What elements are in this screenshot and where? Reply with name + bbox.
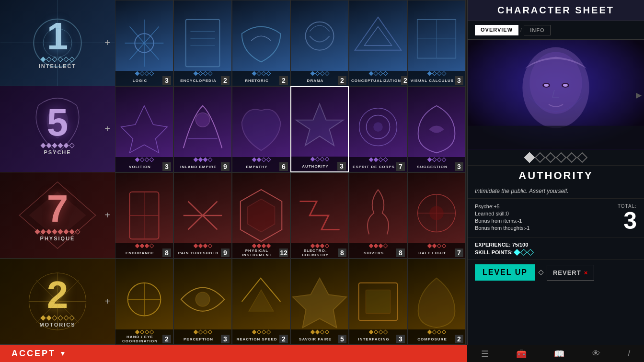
info-tab[interactable]: INFO — [524, 25, 551, 35]
skill-value-0-5: 3 — [455, 76, 463, 85]
skill-card-composure[interactable]: COMPOSURE2 — [407, 259, 466, 345]
skill-card-visual-calculus[interactable]: VISUAL CALCULUS3 — [407, 0, 466, 86]
svg-marker-22 — [247, 199, 275, 232]
skill-dots-1-3 — [311, 158, 329, 161]
skill-name-0-5: VISUAL CALCULUS — [410, 79, 455, 83]
attr-intellect: 1INTELLECT+ — [0, 0, 115, 86]
skill-name-1-1: INLAND EMPIRE — [176, 165, 221, 169]
skill-card-hand---eye-coordination[interactable]: HAND / EYE COORDINATION2 — [115, 259, 173, 345]
attr-plus-physique[interactable]: + — [104, 210, 110, 221]
skill-name-0-4: CONCEPTUALIZATION — [351, 79, 401, 83]
skill-dots-3-0 — [136, 330, 153, 334]
skill-card-half-light[interactable]: HALF LIGHT7 — [407, 172, 466, 259]
char-diamond-0 — [524, 152, 535, 163]
skill-dots-3-5 — [428, 330, 446, 334]
inventory-icon[interactable]: 🧰 — [516, 349, 527, 359]
overview-tab[interactable]: OVERVIEW — [475, 25, 518, 35]
skill-card-savoir-faire[interactable]: SAVOIR FAIRE5 — [290, 259, 349, 345]
revert-button[interactable]: REVERT × — [547, 265, 594, 281]
skill-name-2-4: SHIVERS — [351, 251, 396, 255]
action-buttons: LEVEL UP REVERT × — [468, 260, 644, 285]
skill-name-3-5: COMPOSURE — [410, 337, 455, 341]
skill-stats: Psyche:+5 Learned skill:0 Bonus from ite… — [468, 199, 644, 238]
skill-value-2-5: 7 — [455, 249, 463, 257]
skill-name-3-1: PERCEPTION — [176, 337, 221, 341]
skill-name-2-3: ELECTRO-CHEMISTRY — [293, 249, 338, 257]
skill-card-endurance[interactable]: ENDURANCE8 — [115, 172, 173, 259]
menu-icon[interactable]: ☰ — [481, 349, 489, 359]
skill-card-conceptualization[interactable]: CONCEPTUALIZATION2 — [349, 0, 407, 86]
attr-plus-intellect[interactable]: + — [104, 37, 110, 48]
skill-card-reaction-speed[interactable]: REACTION SPEED2 — [232, 259, 290, 345]
learned-stat: Learned skill:0 — [475, 211, 618, 216]
skill-card-volition[interactable]: VOLITION3 — [115, 86, 173, 172]
svg-rect-30 — [366, 290, 390, 313]
skill-dots-3-4 — [369, 330, 387, 334]
skill-value-3-3: 5 — [338, 335, 346, 343]
bottom-icons-bar: ☰ 🧰 📖 👁 / — [467, 345, 644, 362]
skill-card-pain-threshold[interactable]: PAIN THRESHOLD9 — [173, 172, 232, 259]
char-nav: OVERVIEW / INFO — [468, 21, 644, 40]
accept-button[interactable]: ACCEPT ▼ — [0, 346, 79, 362]
skill-value-1-5: 3 — [455, 162, 463, 171]
skill-card-interfacing[interactable]: INTERFACING3 — [349, 259, 407, 345]
attr-plus-psyche[interactable]: + — [104, 124, 110, 135]
skill-dots-2-3 — [311, 244, 329, 248]
svg-marker-12 — [364, 27, 391, 45]
skill-value-1-2: 6 — [279, 162, 288, 171]
skill-dots-2-1 — [194, 244, 212, 248]
skill-card-rhetoric[interactable]: RHETORIC2 — [232, 0, 290, 86]
attr-motorics: 2MOTORICS+ — [0, 259, 115, 345]
skill-value-3-1: 3 — [221, 335, 230, 343]
skill-name-1-0: VOLITION — [117, 165, 162, 169]
skill-dots-2-4 — [369, 244, 387, 248]
svg-point-24 — [429, 206, 444, 220]
skill-dots-2-5 — [428, 244, 446, 248]
skill-dots-0-3 — [311, 72, 329, 75]
journal-icon[interactable]: 📖 — [554, 349, 564, 359]
skill-dots-0-5 — [428, 72, 446, 75]
skill-card-esprit-de-corps[interactable]: ESPRIT DE CORPS7 — [349, 86, 407, 172]
skill-card-perception[interactable]: PERCEPTION3 — [173, 259, 232, 345]
skill-card-physical-instrument[interactable]: PHYSICAL INSTRUMENT12 — [232, 172, 290, 259]
accept-arrow-icon: ▼ — [59, 350, 68, 357]
skill-name-0-1: ENCYCLOPEDIA — [176, 79, 221, 83]
skill-card-empathy[interactable]: EMPATHY6 — [232, 86, 290, 172]
skill-card-encyclopedia[interactable]: ENCYCLOPEDIA2 — [173, 0, 232, 86]
skill-card-inland-empire[interactable]: INLAND EMPIRE9 — [173, 86, 232, 172]
thought-cabinet-icon[interactable]: 👁 — [592, 349, 600, 359]
revert-diamond-icon — [538, 270, 543, 275]
skill-points-row: SKILL POINTS: — [475, 249, 637, 255]
skill-diamonds — [468, 150, 644, 166]
attr-plus-motorics[interactable]: + — [104, 296, 110, 307]
skill-card-shivers[interactable]: SHIVERS8 — [349, 172, 407, 259]
skill-description: Intimidate the public. Assert yourself. — [468, 186, 644, 199]
skill-value-1-4: 7 — [396, 162, 405, 171]
skill-value-2-0: 8 — [162, 249, 171, 257]
items-stat: Bonus from items:-1 — [475, 218, 618, 224]
scroll-indicator: ▶ — [636, 90, 642, 100]
sp-diamond-2 — [520, 249, 527, 256]
skill-dots-0-2 — [253, 72, 270, 75]
skill-name-3-3: SAVOIR FAIRE — [293, 337, 338, 341]
skill-card-suggestion[interactable]: SUGGESTION3 — [407, 86, 466, 172]
skill-name-2-2: PHYSICAL INSTRUMENT — [234, 249, 279, 257]
skill-card-logic[interactable]: LOGIC3 — [115, 0, 173, 86]
skill-name-2-0: ENDURANCE — [117, 251, 162, 255]
skill-card-authority[interactable]: AUTHORITY3 — [290, 86, 349, 172]
skill-value-0-0: 3 — [162, 76, 171, 85]
skill-name-0-3: DRAMA — [293, 79, 338, 83]
skill-name-0-2: RHETORIC — [234, 79, 279, 83]
skill-name-3-4: INTERFACING — [351, 337, 396, 341]
skill-card-drama[interactable]: DRAMA2 — [290, 0, 349, 86]
attr-physique: 7PHYSIQUE+ — [0, 172, 115, 259]
level-up-button[interactable]: LEVEL UP — [475, 264, 535, 281]
experience-section: EXPERIENCE: 75/100 SKILL POINTS: — [468, 238, 644, 260]
char-diamond-3 — [556, 152, 567, 163]
skill-card-electro-chemistry[interactable]: ELECTRO-CHEMISTRY8 — [290, 172, 349, 259]
skill-dots-3-1 — [194, 330, 212, 334]
settings-icon[interactable]: / — [628, 349, 630, 359]
svg-point-19 — [373, 122, 383, 132]
skill-dots-0-4 — [369, 72, 387, 75]
attr-psyche: 5PSYCHE+ — [0, 86, 115, 172]
